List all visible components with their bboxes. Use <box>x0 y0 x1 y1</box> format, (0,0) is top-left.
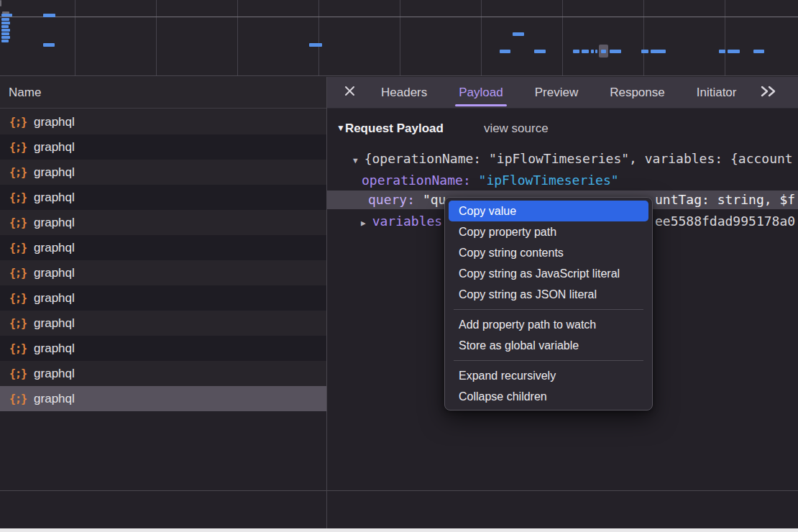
request-row[interactable]: {;} graphql <box>0 235 326 260</box>
context-menu-separator <box>454 309 643 310</box>
timeline-request-bar <box>534 50 546 53</box>
timeline-request-bar <box>1 36 10 39</box>
context-menu-item[interactable]: Copy string contents <box>449 242 648 263</box>
timeline-request-bar <box>513 32 524 36</box>
request-row[interactable]: {;} graphql <box>0 185 326 210</box>
property-value-left: "qu <box>423 192 446 207</box>
request-name: graphql <box>34 367 75 381</box>
json-request-icon: {;} <box>9 317 27 330</box>
context-menu-item[interactable]: Copy value <box>449 201 648 221</box>
property-key: query: <box>368 192 415 207</box>
timeline-lane-divider <box>0 17 798 17</box>
payload-preview-row[interactable]: ▼{operationName: "ipFlowTimeseries", var… <box>327 150 798 168</box>
request-row[interactable]: {;} graphql <box>0 160 326 185</box>
timeline-gridline <box>481 0 482 75</box>
json-request-icon: {;} <box>9 393 27 405</box>
view-source-link[interactable]: view source <box>484 121 549 135</box>
timeline-gridline <box>237 0 238 75</box>
json-request-icon: {;} <box>9 242 27 254</box>
timeline-request-bar <box>1 18 9 21</box>
timeline-request-bar <box>1 40 9 42</box>
context-menu-item[interactable]: Store as global variable <box>449 335 648 356</box>
timeline-request-bar <box>610 50 621 53</box>
tab-payload[interactable]: Payload <box>455 77 506 108</box>
timeline-request-bar <box>595 50 597 53</box>
tab-headers[interactable]: Headers <box>377 77 431 108</box>
detail-tabbar: HeadersPayloadPreviewResponseInitiator <box>327 77 798 109</box>
timeline-request-bar <box>1 29 10 32</box>
timeline-request-bar <box>43 43 55 47</box>
tab-initiator[interactable]: Initiator <box>693 77 740 108</box>
request-row[interactable]: {;} graphql <box>0 311 326 336</box>
timeline-request-bar <box>728 50 740 53</box>
json-request-icon: {;} <box>9 166 27 179</box>
network-overview-timeline[interactable] <box>0 0 798 76</box>
timeline-gridline <box>725 0 725 75</box>
payload-preview-text: {operationName: "ipFlowTimeseries", vari… <box>364 151 793 166</box>
request-row[interactable]: {;} graphql <box>0 361 326 386</box>
context-menu: Copy valueCopy property pathCopy string … <box>444 197 653 411</box>
timeline-request-bar <box>753 50 764 53</box>
request-row[interactable]: {;} graphql <box>0 260 326 285</box>
window-bottom-edge <box>0 528 798 532</box>
request-name: graphql <box>34 392 75 406</box>
json-request-icon: {;} <box>9 141 27 154</box>
context-menu-item[interactable]: Add property path to watch <box>449 314 648 335</box>
request-row[interactable]: {;} graphql <box>0 134 326 160</box>
json-request-icon: {;} <box>9 216 27 229</box>
json-request-icon: {;} <box>9 367 27 380</box>
timeline-request-bar <box>582 50 589 53</box>
timeline-request-bar <box>0 0 1 6</box>
property-key: variables <box>372 214 443 229</box>
timeline-request-bar <box>651 50 666 53</box>
chevron-down-icon[interactable]: ▼ <box>353 156 358 165</box>
context-menu-item[interactable]: Expand recursively <box>449 365 648 386</box>
timeline-gridline <box>562 0 563 75</box>
request-name: graphql <box>34 341 75 356</box>
property-key: operationName: <box>362 173 471 188</box>
close-detail-button[interactable] <box>339 77 360 109</box>
context-menu-item[interactable]: Copy string as JSON literal <box>449 284 648 305</box>
section-title: Request Payload <box>345 121 444 135</box>
request-row[interactable]: {;} graphql <box>0 386 326 411</box>
request-list-panel: Name {;} graphql {;} graphql {;} graphql… <box>0 77 326 528</box>
json-request-icon: {;} <box>9 116 27 129</box>
context-menu-item[interactable]: Collapse children <box>449 386 648 407</box>
tab-response[interactable]: Response <box>606 77 669 108</box>
chevron-right-icon[interactable]: ▶ <box>361 219 366 228</box>
request-name: graphql <box>34 266 75 280</box>
property-value: "ipFlowTimeseries" <box>479 173 619 188</box>
timeline-gridline <box>643 0 644 75</box>
timeline-request-bar <box>1 14 12 17</box>
request-row[interactable]: {;} graphql <box>0 285 326 311</box>
timeline-request-bar <box>573 50 579 53</box>
column-header-name[interactable]: Name <box>0 77 326 109</box>
request-row[interactable]: {;} graphql <box>0 210 326 235</box>
request-name: graphql <box>34 140 75 155</box>
timeline-request-bar <box>1 32 9 35</box>
double-chevron-icon <box>760 86 777 100</box>
json-request-icon: {;} <box>9 191 27 204</box>
request-name: graphql <box>34 316 75 331</box>
timeline-request-bar <box>591 50 594 53</box>
close-icon <box>344 86 355 99</box>
column-header-label: Name <box>9 86 41 99</box>
more-tabs-button[interactable] <box>760 86 777 100</box>
timeline-request-bar <box>43 14 55 17</box>
request-row[interactable]: {;} graphql <box>0 336 326 361</box>
context-menu-item[interactable]: Copy string as JavaScript literal <box>449 263 648 284</box>
context-menu-item[interactable]: Copy property path <box>449 221 648 242</box>
request-name: graphql <box>34 241 75 255</box>
timeline-gridline <box>75 0 75 75</box>
request-list: {;} graphql {;} graphql {;} graphql {;} … <box>0 109 326 411</box>
tab-preview[interactable]: Preview <box>531 77 582 108</box>
json-request-icon: {;} <box>9 267 27 280</box>
operation-name-row[interactable]: operationName: "ipFlowTimeseries" <box>327 171 798 190</box>
request-row[interactable]: {;} graphql <box>0 109 326 134</box>
detail-tabs: HeadersPayloadPreviewResponseInitiator <box>377 77 740 108</box>
property-value-right: ee5588fdad995178a0 <box>655 212 795 231</box>
json-request-icon: {;} <box>9 292 27 305</box>
request-name: graphql <box>34 291 75 306</box>
section-collapse-icon[interactable]: ▼ <box>336 123 345 133</box>
json-request-icon: {;} <box>9 342 27 355</box>
